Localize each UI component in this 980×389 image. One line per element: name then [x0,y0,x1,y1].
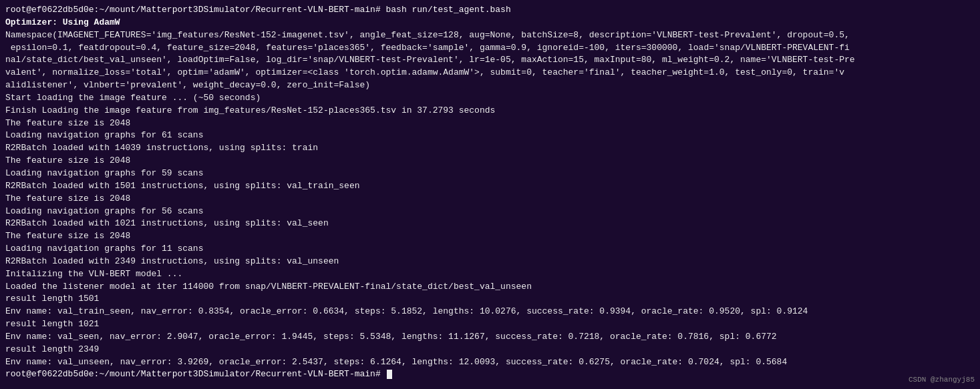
line-optimizer: Optimizer: Using AdamW [5,17,975,29]
line-env-val-seen: Env name: val_seen, nav_error: 2.9047, o… [5,331,975,344]
line-feature-size3: The feature size is 2048 [5,193,975,206]
line-namespace: Namespace(IMAGENET_FEATURES='img_feature… [5,29,975,42]
line-result-length3: result length 2349 [5,344,975,356]
terminal-cursor [387,370,392,379]
line-namespace4: valent', normalize_loss='total', optim='… [5,67,975,79]
line-finish-loading: Finish Loading the image feature from im… [5,105,975,117]
line-nav-graphs4: Loading navigation graphs for 11 scans [5,243,975,256]
line-namespace5: alidlistener', vlnbert='prevalent', weig… [5,79,975,92]
line-feature-size4: The feature size is 2048 [5,230,975,243]
watermark: CSDN @zhangyj85 [909,376,975,384]
line-env-val-unseen: Env name: val_unseen, nav_error: 3.9269,… [5,356,975,369]
line-start-loading: Start loading the image feature ... (~50… [5,92,975,105]
line-loaded-listener: Loaded the listener model at iter 114000… [5,281,975,294]
terminal-output: root@ef0622db5d0e:~/mount/Matterport3DSi… [5,4,975,381]
line-result-length2: result length 1021 [5,318,975,331]
line-prompt2: root@ef0622db5d0e:~/mount/Matterport3DSi… [5,368,975,381]
line-nav-graphs1: Loading navigation graphs for 61 scans [5,129,975,142]
line-nav-graphs3: Loading navigation graphs for 56 scans [5,206,975,218]
line-r2rbatch1: R2RBatch loaded with 14039 instructions,… [5,142,975,155]
line-namespace2: epsilon=0.1, featdropout=0.4, feature_si… [5,42,975,55]
line-nav-graphs2: Loading navigation graphs for 59 scans [5,167,975,180]
line-env-val-train-seen: Env name: val_train_seen, nav_error: 0.8… [5,306,975,318]
line-r2rbatch4: R2RBatch loaded with 2349 instructions, … [5,256,975,268]
line-r2rbatch3: R2RBatch loaded with 1021 instructions, … [5,218,975,230]
line-feature-size1: The feature size is 2048 [5,117,975,130]
line-namespace3: nal/state_dict/best_val_unseen', loadOpt… [5,54,975,67]
terminal-window: root@ef0622db5d0e:~/mount/Matterport3DSi… [0,0,980,389]
line-result-length1: result length 1501 [5,293,975,306]
line-feature-size2: The feature size is 2048 [5,155,975,167]
line-init-vlnbert: Initalizing the VLN-BERT model ... [5,268,975,281]
line-r2rbatch2: R2RBatch loaded with 1501 instructions, … [5,180,975,193]
line-prompt1: root@ef0622db5d0e:~/mount/Matterport3DSi… [5,4,975,17]
